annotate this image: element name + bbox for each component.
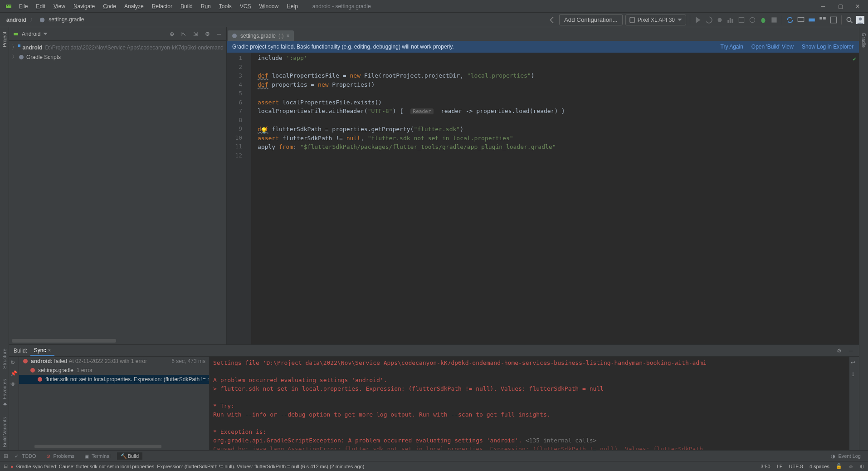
show-log-link[interactable]: Show Log in Explorer xyxy=(802,44,853,50)
horizontal-scrollbar[interactable] xyxy=(12,339,116,343)
menu-run[interactable]: Run xyxy=(197,2,215,11)
menu-window[interactable]: Window xyxy=(255,2,282,11)
resource-manager-icon[interactable] xyxy=(819,16,827,24)
menu-edit[interactable]: Edit xyxy=(32,2,49,11)
search-icon[interactable] xyxy=(845,16,853,24)
attach-debugger-icon[interactable] xyxy=(748,16,756,24)
code-content[interactable]: include ':app' def localPropertiesFile =… xyxy=(251,53,859,344)
build-row-error[interactable]: flutter.sdk not set in local.properties.… xyxy=(19,375,209,384)
cursor-position[interactable]: 3:50 xyxy=(761,464,770,469)
sdk-manager-icon[interactable] xyxy=(808,16,816,24)
code-editor[interactable]: 123456789101112 include ':app' def local… xyxy=(227,53,859,344)
indent[interactable]: 4 spaces xyxy=(809,464,829,469)
svg-point-22 xyxy=(23,359,28,363)
minimize-button[interactable]: ─ xyxy=(820,3,826,10)
project-panel: Android ⊕ ⇱ ⇲ ⚙ ─ 〉 android xyxy=(9,27,227,344)
svg-rect-19 xyxy=(18,44,20,47)
read-only-icon[interactable]: 🔓 xyxy=(836,463,842,469)
analysis-ok-icon[interactable]: ✔ xyxy=(853,55,856,62)
menu-view[interactable]: View xyxy=(50,2,69,11)
horizontal-scrollbar[interactable] xyxy=(34,445,161,448)
soft-wrap-icon[interactable]: ↩ xyxy=(851,359,858,367)
encoding[interactable]: UTF-8 xyxy=(789,464,803,469)
build-row-file[interactable]: settings.gradle 1 error xyxy=(19,366,209,375)
tab-terminal[interactable]: ▣Terminal xyxy=(81,452,114,460)
menu-analyze[interactable]: Analyze xyxy=(121,2,147,11)
close-tab-icon[interactable]: × xyxy=(286,33,289,39)
pin-icon[interactable]: 📌 xyxy=(10,370,18,378)
menu-refactor[interactable]: Refactor xyxy=(148,2,176,11)
open-build-view-link[interactable]: Open 'Build' View xyxy=(751,44,794,50)
apply-changes-icon[interactable] xyxy=(705,16,713,24)
svg-rect-10 xyxy=(771,17,776,22)
menu-code[interactable]: Code xyxy=(99,2,120,11)
build-tree[interactable]: android: failed At 02-11-2022 23:08 with… xyxy=(19,357,210,450)
project-tree[interactable]: 〉 android D:\Project data\2022\Nov\Servi… xyxy=(9,41,226,339)
device-icon xyxy=(629,17,635,23)
tab-build[interactable]: 🔨Build xyxy=(117,452,142,460)
hide-icon[interactable]: ─ xyxy=(215,30,223,38)
profiler-icon[interactable] xyxy=(727,16,735,24)
svg-rect-6 xyxy=(730,18,731,23)
maximize-button[interactable]: ▢ xyxy=(837,3,844,10)
tree-gradle-scripts[interactable]: 〉 Gradle Scripts xyxy=(9,52,226,62)
build-output[interactable]: Settings file 'D:\Project data\2022\Nov\… xyxy=(210,357,849,450)
tool-favorites[interactable]: ★ Favorites xyxy=(1,376,7,410)
nav-back-icon[interactable] xyxy=(548,16,556,24)
project-view-selector[interactable]: Android xyxy=(13,31,48,37)
breadcrumb-file[interactable]: settings.gradle xyxy=(36,15,87,24)
collapse-icon[interactable]: ⇲ xyxy=(192,30,199,38)
device-dropdown[interactable]: Pixel XL API 30 xyxy=(625,15,686,25)
line-gutter: 123456789101112 xyxy=(227,53,246,344)
tab-problems[interactable]: ⊘Problems xyxy=(43,452,78,460)
right-tool-strip: Gradle xyxy=(859,27,868,450)
memory-indicator[interactable]: ◐ xyxy=(860,463,864,469)
module-icon xyxy=(18,44,20,51)
close-icon[interactable]: × xyxy=(48,347,51,353)
sync-gradle-icon[interactable] xyxy=(786,16,794,24)
window-controls: ─ ▢ ✕ xyxy=(820,3,866,10)
editor-tab-settings-gradle[interactable]: settings.gradle (:) × xyxy=(228,30,294,41)
target-icon[interactable]: ⊕ xyxy=(168,30,176,38)
avatar-icon[interactable] xyxy=(856,16,864,24)
status-hide-icon[interactable]: ⊟ xyxy=(4,463,8,469)
lightbulb-icon[interactable]: 💡 xyxy=(260,126,268,135)
avd-manager-icon[interactable] xyxy=(797,16,805,24)
try-again-link[interactable]: Try Again xyxy=(721,44,743,50)
hide-icon[interactable]: ─ xyxy=(847,347,854,354)
add-configuration-button[interactable]: Add Configuration... xyxy=(559,14,623,25)
layout-inspector-icon[interactable] xyxy=(829,16,838,24)
menu-navigate[interactable]: Navigate xyxy=(70,2,98,11)
gear-icon[interactable]: ⚙ xyxy=(204,30,211,38)
menu-build[interactable]: Build xyxy=(177,2,196,11)
gear-icon[interactable]: ⚙ xyxy=(835,347,843,354)
debug-icon[interactable] xyxy=(716,16,724,24)
line-ending[interactable]: LF xyxy=(777,464,783,469)
close-button[interactable]: ✕ xyxy=(854,3,861,10)
emoji-icon[interactable]: ☺ xyxy=(848,464,853,469)
bug-icon[interactable] xyxy=(759,16,767,24)
menu-vcs[interactable]: VCS xyxy=(236,2,255,11)
menu-help[interactable]: Help xyxy=(283,2,302,11)
tool-project[interactable]: Project xyxy=(2,29,7,50)
nav-toolbar: android 〉 settings.gradle Add Configurat… xyxy=(0,13,868,27)
run-icon[interactable] xyxy=(694,16,702,24)
menu-tools[interactable]: Tools xyxy=(215,2,235,11)
tool-build-variants[interactable]: Build Variants xyxy=(2,414,7,450)
expand-icon[interactable]: ⇱ xyxy=(180,30,187,38)
stop-icon[interactable] xyxy=(770,16,778,24)
menu-file[interactable]: File xyxy=(15,2,31,11)
tool-gradle[interactable]: Gradle xyxy=(861,30,867,50)
coverage-icon[interactable] xyxy=(737,16,746,24)
tree-module[interactable]: 〉 android D:\Project data\2022\Nov\Servi… xyxy=(9,43,226,52)
build-row-root[interactable]: android: failed At 02-11-2022 23:08 with… xyxy=(19,357,209,366)
tab-event-log[interactable]: ◑Event Log xyxy=(827,452,864,460)
tool-structure[interactable]: Structure xyxy=(2,346,7,372)
rerun-icon[interactable]: ↻ xyxy=(10,359,18,367)
scroll-end-icon[interactable]: ⤓ xyxy=(851,371,858,378)
build-tab-sync[interactable]: Sync× xyxy=(30,346,55,356)
tab-todo[interactable]: ✓TODO xyxy=(11,452,40,460)
view-icon[interactable]: 👁 xyxy=(10,381,18,388)
tool-windows-icon[interactable]: ⊞ xyxy=(4,453,8,459)
breadcrumb-root[interactable]: android xyxy=(4,16,29,24)
